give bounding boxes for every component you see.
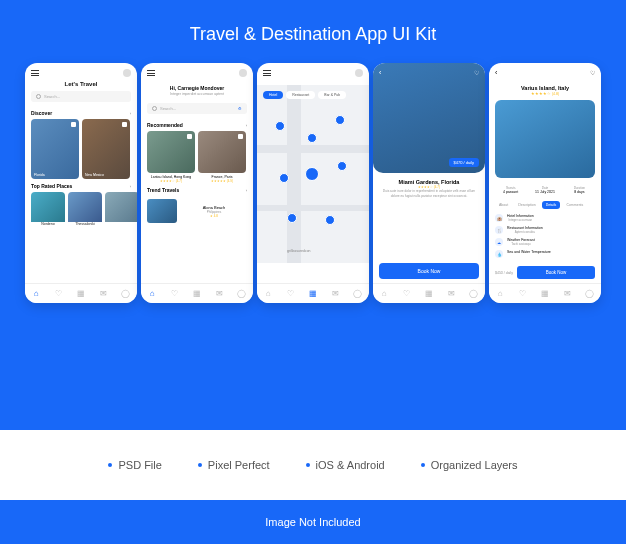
heart-icon[interactable]: ♡ bbox=[287, 290, 295, 298]
mail-icon[interactable]: ✉ bbox=[563, 290, 571, 298]
avatar[interactable] bbox=[239, 69, 247, 77]
feature-item: PSD File bbox=[108, 459, 161, 471]
hotel-icon: 🏨 bbox=[495, 214, 503, 222]
user-icon[interactable]: ◯ bbox=[354, 290, 362, 298]
map-pin[interactable] bbox=[337, 161, 347, 171]
search-input[interactable]: Search...⚙ bbox=[147, 103, 247, 114]
tab-comments[interactable]: Comments bbox=[562, 201, 587, 209]
destination-card[interactable]: Florida bbox=[31, 119, 79, 179]
home-icon[interactable]: ⌂ bbox=[496, 290, 504, 298]
meta-row: Guests4 passant Date11 July 2021 Duratio… bbox=[489, 182, 601, 198]
heart-icon[interactable]: ♡ bbox=[55, 290, 63, 298]
grid-icon[interactable]: ▦ bbox=[77, 290, 85, 298]
place-card[interactable]: Nordeno bbox=[31, 192, 65, 226]
book-button[interactable]: Book Now bbox=[379, 263, 479, 279]
place-card[interactable]: Thessaloniki bbox=[68, 192, 102, 226]
screen-info: ‹ ♡ Varius Island, Italy ★★★★☆ (4.8) Gue… bbox=[489, 63, 601, 303]
chevron-icon[interactable]: › bbox=[246, 188, 247, 193]
user-icon[interactable]: ◯ bbox=[238, 290, 246, 298]
book-button[interactable]: Book Now bbox=[517, 266, 595, 279]
rec-card[interactable]: Lantau Island, Hong Kong★★★★☆ (4.7) bbox=[147, 131, 195, 183]
back-icon[interactable]: ‹ bbox=[379, 69, 381, 76]
back-icon[interactable]: ‹ bbox=[495, 69, 497, 76]
bottom-nav: ⌂ ♡ ▦ ✉ ◯ bbox=[25, 283, 137, 303]
price-label: $450 / daily bbox=[495, 271, 513, 275]
info-restaurant[interactable]: 🍴Restaurant InformationAptent conubia bbox=[489, 224, 601, 236]
mail-icon[interactable]: ✉ bbox=[99, 290, 107, 298]
bottom-nav: ⌂♡▦✉◯ bbox=[257, 283, 369, 303]
mail-icon[interactable]: ✉ bbox=[331, 290, 339, 298]
grid-icon[interactable]: ▦ bbox=[425, 290, 433, 298]
trend-item[interactable]: Alona Beach Philippines ★ 4.8 bbox=[141, 196, 253, 226]
heart-icon[interactable]: ♡ bbox=[171, 290, 179, 298]
map-pin[interactable] bbox=[287, 213, 297, 223]
home-icon[interactable]: ⌂ bbox=[380, 290, 388, 298]
bookmark-icon[interactable] bbox=[187, 134, 192, 139]
map-pin[interactable] bbox=[307, 133, 317, 143]
avatar[interactable] bbox=[355, 69, 363, 77]
map-view[interactable]: Hotel Restaurant Bar & Pub grillassuredc… bbox=[257, 85, 369, 263]
bookmark-icon[interactable] bbox=[71, 122, 76, 127]
home-icon[interactable]: ⌂ bbox=[264, 290, 272, 298]
chip-hotel[interactable]: Hotel bbox=[263, 91, 283, 99]
menu-icon[interactable] bbox=[263, 70, 271, 76]
banner: Travel & Destination App UI Kit Let's Tr… bbox=[0, 0, 626, 430]
search-icon bbox=[36, 94, 41, 99]
user-icon[interactable]: ◯ bbox=[586, 290, 594, 298]
avatar[interactable] bbox=[123, 69, 131, 77]
price-badge: $470 / daily bbox=[449, 158, 479, 167]
bookmark-icon[interactable] bbox=[122, 122, 127, 127]
map-pin-active[interactable] bbox=[305, 167, 319, 181]
search-icon bbox=[152, 106, 157, 111]
header bbox=[25, 63, 137, 81]
hero-image bbox=[495, 100, 595, 178]
user-icon[interactable]: ◯ bbox=[122, 290, 130, 298]
info-weather[interactable]: ☁Weather ForecastTaciti sociosqu bbox=[489, 236, 601, 248]
feature-item: iOS & Android bbox=[306, 459, 385, 471]
rec-title: Recommended› bbox=[141, 118, 253, 131]
feature-item: Organized Layers bbox=[421, 459, 518, 471]
heart-icon[interactable]: ♡ bbox=[519, 290, 527, 298]
description: Duis aute irure dolor in reprehenderit i… bbox=[379, 189, 479, 199]
tab-desc[interactable]: Description bbox=[514, 201, 540, 209]
map-pin[interactable] bbox=[275, 121, 285, 131]
grid-icon[interactable]: ▦ bbox=[309, 290, 317, 298]
grid-icon[interactable]: ▦ bbox=[193, 290, 201, 298]
heart-icon[interactable]: ♡ bbox=[590, 69, 595, 76]
chevron-icon[interactable]: › bbox=[246, 123, 247, 128]
trend-title: Trend Travels› bbox=[141, 183, 253, 196]
destination-card[interactable]: New Mexico bbox=[82, 119, 130, 179]
home-icon[interactable]: ⌂ bbox=[148, 290, 156, 298]
screens-row: Let's Travel Search... Discover› Florida… bbox=[0, 63, 626, 303]
map-pin[interactable] bbox=[279, 173, 289, 183]
filter-icon[interactable]: ⚙ bbox=[238, 106, 242, 111]
chevron-icon[interactable]: › bbox=[130, 184, 131, 189]
tab-about[interactable]: About bbox=[495, 201, 512, 209]
heart-icon[interactable]: ♡ bbox=[474, 69, 479, 76]
map-pin[interactable] bbox=[335, 115, 345, 125]
map-pin[interactable] bbox=[325, 215, 335, 225]
user-icon[interactable]: ◯ bbox=[470, 290, 478, 298]
chip-bar[interactable]: Bar & Pub bbox=[318, 91, 346, 99]
search-input[interactable]: Search... bbox=[31, 91, 131, 102]
home-icon[interactable]: ⌂ bbox=[32, 290, 40, 298]
bookmark-icon[interactable] bbox=[238, 134, 243, 139]
grid-icon[interactable]: ▦ bbox=[541, 290, 549, 298]
place-title: Varius Island, Italy bbox=[489, 80, 601, 92]
heart-icon[interactable]: ♡ bbox=[403, 290, 411, 298]
rec-card[interactable]: France, Paris★★★★★ (4.9) bbox=[198, 131, 246, 183]
menu-icon[interactable] bbox=[147, 70, 155, 76]
chevron-icon[interactable]: › bbox=[130, 111, 131, 116]
tabs: About Description Details Comments bbox=[489, 198, 601, 212]
info-hotel[interactable]: 🏨Hotel InformationInteger accumsan bbox=[489, 212, 601, 224]
info-water[interactable]: 💧Sea and Water Temperature bbox=[489, 248, 601, 260]
menu-icon[interactable] bbox=[31, 70, 39, 76]
mail-icon[interactable]: ✉ bbox=[215, 290, 223, 298]
tab-details[interactable]: Details bbox=[542, 201, 561, 209]
discover-cards: Florida New Mexico bbox=[25, 119, 137, 179]
chip-restaurant[interactable]: Restaurant bbox=[286, 91, 315, 99]
greeting: Hi, Carnegie Mondover bbox=[141, 81, 253, 92]
mail-icon[interactable]: ✉ bbox=[447, 290, 455, 298]
feature-item: Pixel Perfect bbox=[198, 459, 270, 471]
place-card[interactable] bbox=[105, 192, 137, 226]
